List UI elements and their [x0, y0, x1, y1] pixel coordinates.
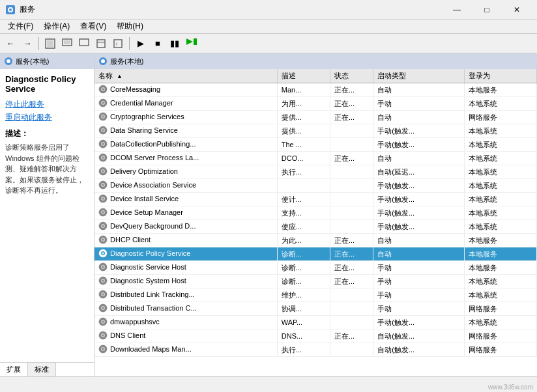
service-gear-icon — [98, 208, 108, 217]
service-status-cell — [330, 302, 373, 316]
svg-text:i: i — [116, 41, 117, 47]
svg-point-73 — [102, 335, 104, 337]
service-name-cell: Distributed Link Tracking... — [94, 288, 277, 302]
service-status-cell — [330, 206, 373, 220]
table-row[interactable]: Diagnostic System Host 诊断...正在...手动本地系统 — [94, 275, 537, 288]
service-name: Device Association Service — [110, 181, 196, 189]
table-row[interactable]: Device Association Service 手动(触发...本地系统 — [94, 179, 537, 193]
service-row-icon: DevQuery Background D... — [98, 221, 196, 231]
table-row[interactable]: Diagnostic Service Host 诊断...正在...手动本地服务 — [94, 261, 537, 275]
table-row[interactable]: DevQuery Background D... 使应...手动(触发...本地… — [94, 220, 537, 234]
tab-standard[interactable]: 标准 — [28, 363, 56, 376]
service-name: DNS Client — [110, 331, 145, 339]
service-desc-cell: 诊断... — [277, 247, 330, 261]
service-name: Distributed Link Tracking... — [110, 290, 195, 298]
table-row[interactable]: DHCP Client 为此...正在...自动本地服务 — [94, 234, 537, 247]
minimize-button[interactable]: — — [442, 3, 472, 17]
table-row[interactable]: CoreMessaging Man...正在...自动本地服务 — [94, 83, 537, 97]
service-startup-cell: 手动 — [373, 288, 465, 302]
services-table[interactable]: 名称 ▲ 描述 状态 启动类型 登录为 CoreMessaging Man...… — [94, 69, 537, 376]
service-startup-cell: 手动 — [373, 97, 465, 111]
svg-point-64 — [102, 294, 104, 296]
maximize-button[interactable]: □ — [472, 3, 502, 17]
service-name: Diagnostic System Host — [110, 277, 186, 285]
table-row[interactable]: Device Setup Manager 支持...手动(触发...本地系统 — [94, 206, 537, 220]
service-desc-cell: The ... — [277, 138, 330, 152]
toolbar-forward[interactable]: → — [20, 36, 35, 51]
sidebar-desc: 诊断策略服务启用了 Windows 组件的问题检测、疑难解答和解决方案。如果该服… — [5, 142, 89, 196]
sidebar-header: 服务(本地) — [0, 53, 94, 69]
table-row[interactable]: DNS Client DNS...正在...自动(触发...网络服务 — [94, 329, 537, 343]
service-name: Distributed Transaction C... — [110, 304, 197, 312]
service-desc-cell: 诊断... — [277, 261, 330, 275]
service-row-icon: Device Setup Manager — [98, 208, 183, 217]
service-desc-cell: DCO... — [277, 152, 330, 165]
service-row-icon: Distributed Transaction C... — [98, 303, 197, 313]
table-row[interactable]: Data Sharing Service 提供...手动(触发...本地系统 — [94, 124, 537, 138]
col-status[interactable]: 状态 — [330, 69, 373, 83]
service-gear-icon — [98, 249, 108, 258]
table-row[interactable]: DataCollectionPublishing... The ...手动(触发… — [94, 138, 537, 152]
toolbar-restart[interactable] — [184, 36, 199, 51]
table-row[interactable]: Diagnostic Policy Service 诊断...正在...自动本地… — [94, 247, 537, 261]
table-row[interactable]: Delivery Optimization 执行...自动(延迟...本地系统 — [94, 165, 537, 179]
toolbar-btn2[interactable] — [59, 36, 75, 51]
table-row[interactable]: Credential Manager 为用...正在...手动本地系统 — [94, 97, 537, 111]
table-row[interactable]: dmwappushsvc WAP...手动(触发...本地系统 — [94, 316, 537, 329]
service-logon-cell: 本地系统 — [465, 138, 537, 152]
toolbar: ← → i ▶ ■ ▮▮ — [0, 34, 537, 53]
toolbar-btn5[interactable]: i — [110, 36, 126, 51]
sidebar-content: Diagnostic Policy Service 停止此服务 重启动此服务 描… — [0, 69, 94, 362]
tab-extended[interactable]: 扩展 — [0, 363, 28, 376]
svg-point-43 — [102, 198, 104, 200]
table-row[interactable]: Downloaded Maps Man... 执行...自动(触发...网络服务 — [94, 343, 537, 357]
service-row-icon: Delivery Optimization — [98, 167, 178, 176]
toolbar-back[interactable]: ← — [3, 36, 18, 51]
service-status-cell — [330, 288, 373, 302]
service-startup-cell: 手动(触发... — [373, 193, 465, 206]
service-status-cell: 正在... — [330, 261, 373, 275]
close-button[interactable]: ✕ — [502, 3, 532, 17]
watermark: www.3d6w.com — [488, 384, 533, 391]
toolbar-btn4[interactable] — [93, 36, 109, 51]
menu-action[interactable]: 操作(A) — [38, 20, 75, 33]
table-row[interactable]: DCOM Server Process La... DCO...正在...自动本… — [94, 152, 537, 165]
service-name-cell: Distributed Transaction C... — [94, 302, 277, 316]
service-status-cell: 正在... — [330, 97, 373, 111]
service-desc-cell: 为用... — [277, 97, 330, 111]
service-row-icon: Device Install Service — [98, 194, 179, 203]
col-logon[interactable]: 登录为 — [465, 69, 537, 83]
service-logon-cell: 本地系统 — [465, 152, 537, 165]
service-gear-icon — [98, 303, 108, 313]
menu-help[interactable]: 帮助(H) — [111, 20, 149, 33]
service-name: Data Sharing Service — [110, 126, 178, 134]
col-startup[interactable]: 启动类型 — [373, 69, 465, 83]
menu-view[interactable]: 查看(V) — [75, 20, 111, 33]
toolbar-stop[interactable]: ■ — [150, 36, 166, 51]
service-desc-cell — [277, 179, 330, 193]
service-logon-cell: 本地服务 — [465, 83, 537, 97]
service-desc-cell: 执行... — [277, 343, 330, 357]
table-row[interactable]: Device Install Service 使计...手动(触发...本地系统 — [94, 193, 537, 206]
menu-bar: 文件(F) 操作(A) 查看(V) 帮助(H) — [0, 20, 537, 34]
service-row-icon: Cryptographic Services — [98, 112, 184, 121]
toolbar-pause[interactable]: ▮▮ — [167, 36, 182, 51]
service-name: DHCP Client — [110, 236, 151, 244]
toolbar-btn1[interactable] — [42, 36, 58, 51]
restart-service-link[interactable]: 重启动此服务 — [5, 112, 89, 123]
toolbar-btn3[interactable] — [76, 36, 92, 51]
col-desc[interactable]: 描述 — [277, 69, 330, 83]
table-row[interactable]: Cryptographic Services 提供...正在...自动网络服务 — [94, 111, 537, 124]
service-desc-cell: 诊断... — [277, 275, 330, 288]
service-status-cell: 正在... — [330, 152, 373, 165]
table-row[interactable]: Distributed Transaction C... 协调...手动网络服务 — [94, 302, 537, 316]
toolbar-play[interactable]: ▶ — [133, 36, 149, 51]
svg-marker-11 — [186, 38, 193, 45]
service-row-icon: dmwappushsvc — [98, 317, 160, 326]
stop-service-link[interactable]: 停止此服务 — [5, 99, 89, 110]
service-logon-cell: 本地系统 — [465, 275, 537, 288]
menu-file[interactable]: 文件(F) — [3, 20, 38, 33]
table-row[interactable]: Distributed Link Tracking... 维护...手动本地系统 — [94, 288, 537, 302]
col-name[interactable]: 名称 ▲ — [94, 69, 277, 83]
svg-point-14 — [7, 59, 10, 63]
